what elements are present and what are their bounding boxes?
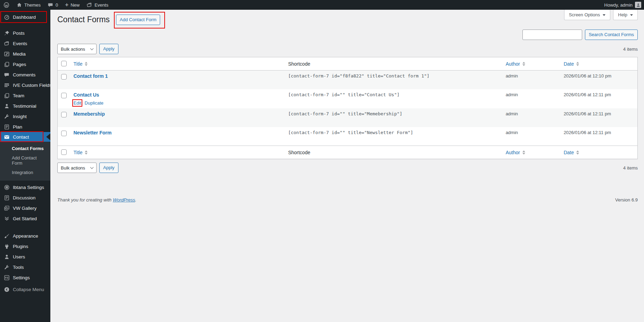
apply-button[interactable]: Apply xyxy=(99,163,118,173)
bulk-actions-select[interactable]: Bulk actions xyxy=(57,163,97,173)
row-checkbox[interactable] xyxy=(61,74,67,80)
shortcode-cell: [contact-form-7 id="" title="Contact Us"… xyxy=(284,89,502,108)
sidebar-item-get-started[interactable]: Get Started xyxy=(0,213,50,224)
sidebar-item-collapse-menu[interactable]: Collapse Menu xyxy=(0,284,50,295)
table-row: Contact form 1 [contact-form-7 id="f8fa8… xyxy=(58,71,638,89)
comment-bubble-icon xyxy=(3,71,10,78)
row-checkbox[interactable] xyxy=(61,93,67,98)
howdy-text[interactable]: Howdy, admin xyxy=(604,2,633,8)
sort-icon xyxy=(576,150,579,155)
heading-row: Contact Forms Add Contact Form xyxy=(57,15,638,25)
table-row: Newsletter Form [contact-form-7 id="" ti… xyxy=(58,127,638,146)
document-icon xyxy=(3,123,10,130)
row-checkbox[interactable] xyxy=(61,112,67,117)
comment-bubble-icon xyxy=(48,2,53,8)
select-all-checkbox[interactable] xyxy=(61,149,67,155)
help-button[interactable]: Help xyxy=(613,10,638,20)
tablenav-bottom: Bulk actions Apply 4 items xyxy=(57,163,638,173)
add-contact-form-button[interactable]: Add Contact Form xyxy=(116,15,160,25)
sidebar-item-media[interactable]: Media xyxy=(0,49,50,59)
ibtana-icon xyxy=(3,184,10,191)
menu-separator xyxy=(0,224,50,231)
tickets-icon xyxy=(3,40,10,47)
sort-by-title[interactable]: Title xyxy=(74,150,88,155)
sidebar-subitem-integration[interactable]: Integration xyxy=(0,168,50,177)
date-cell: 2026/01/06 at 12:11 pm xyxy=(560,89,638,108)
sidebar-subitem-contact-forms[interactable]: Contact Forms xyxy=(0,144,50,153)
sidebar-item-vw-gallery[interactable]: VW Gallery xyxy=(0,203,50,213)
sidebar-item-ibtana-settings[interactable]: Ibtana Settings xyxy=(0,182,50,192)
current-menu-arrow xyxy=(46,133,50,140)
sort-by-author[interactable]: Author xyxy=(506,61,525,67)
form-title-link[interactable]: Contact Us xyxy=(74,92,99,98)
date-cell: 2026/01/06 at 12:11 pm xyxy=(560,127,638,146)
author-cell: admin xyxy=(502,89,560,108)
select-all-checkbox[interactable] xyxy=(61,61,67,66)
sidebar-item-tools[interactable]: Tools xyxy=(0,262,50,272)
contact-submenu: Contact Forms Add Contact Form Integrati… xyxy=(0,142,50,181)
sidebar-item-contact[interactable]: Contact xyxy=(0,132,50,142)
sidebar-item-testimonial[interactable]: Testimonial xyxy=(0,101,50,111)
sidebar-subitem-add-contact-form[interactable]: Add Contact Form xyxy=(0,153,50,168)
admin-bar-comments[interactable]: 0 xyxy=(44,0,61,10)
duplicate-link[interactable]: Duplicate xyxy=(85,100,104,106)
table-row: Contact Us Edit Duplicate [contact-form-… xyxy=(58,89,638,108)
envelope-icon xyxy=(3,133,10,140)
admin-bar-new[interactable]: + New xyxy=(61,0,83,10)
form-title-link[interactable]: Contact form 1 xyxy=(74,73,108,79)
admin-bar-left: Themes 0 + New Events xyxy=(0,0,112,10)
sidebar-item-ive-custom-fields[interactable]: IVE Custom Fields xyxy=(0,80,50,90)
sidebar-item-appearance[interactable]: Appearance xyxy=(0,231,50,241)
page-title: Contact Forms xyxy=(57,15,110,25)
main-content: Screen Options Help Contact Forms Add Co… xyxy=(50,10,644,322)
wp-logo-menu[interactable] xyxy=(0,0,13,10)
search-box: Search Contact Forms xyxy=(522,30,638,40)
admin-bar-right: Howdy, admin xyxy=(604,2,644,8)
grid-icon xyxy=(3,82,10,89)
admin-bar-site-themes[interactable]: Themes xyxy=(13,0,44,10)
sidebar-item-events[interactable]: Events xyxy=(0,38,50,49)
bulk-actions-select[interactable]: Bulk actions xyxy=(57,44,97,54)
sort-icon xyxy=(85,150,88,155)
person-icon xyxy=(3,253,10,260)
sort-by-title[interactable]: Title xyxy=(74,61,88,67)
form-title-link[interactable]: Memebership xyxy=(74,111,105,117)
sort-by-date[interactable]: Date xyxy=(564,61,579,67)
search-submit-button[interactable]: Search Contact Forms xyxy=(585,30,638,40)
avatar[interactable] xyxy=(635,2,641,8)
row-checkbox[interactable] xyxy=(61,131,67,136)
search-input[interactable] xyxy=(522,30,582,40)
screen-options-button[interactable]: Screen Options xyxy=(564,10,611,20)
sort-by-author[interactable]: Author xyxy=(506,150,525,155)
edit-link[interactable]: Edit xyxy=(74,100,81,106)
sidebar-item-insight[interactable]: Insight xyxy=(0,111,50,122)
collapse-icon xyxy=(3,286,10,293)
wordpress-link[interactable]: WordPress xyxy=(113,197,135,203)
sort-by-date[interactable]: Date xyxy=(564,150,579,155)
chevron-down-icon xyxy=(630,14,633,16)
comments-count: 0 xyxy=(56,2,58,8)
admin-bar-events[interactable]: Events xyxy=(83,0,112,10)
sidebar-item-settings[interactable]: Settings xyxy=(0,272,50,283)
date-cell: 2026/01/06 at 12:11 pm xyxy=(560,108,638,127)
row-actions: Edit Duplicate xyxy=(74,100,281,106)
sidebar-item-users[interactable]: Users xyxy=(0,251,50,262)
form-title-link[interactable]: Newsletter Form xyxy=(74,130,112,135)
sidebar-item-plan[interactable]: Plan xyxy=(0,122,50,132)
apply-button[interactable]: Apply xyxy=(99,44,118,54)
chevron-down-icon xyxy=(90,165,94,169)
sidebar-item-posts[interactable]: Posts xyxy=(0,28,50,38)
sidebar-item-dashboard[interactable]: Dashboard xyxy=(0,12,50,22)
sidebar-item-pages[interactable]: Pages xyxy=(0,59,50,69)
menu-separator xyxy=(0,22,50,28)
tickets-icon xyxy=(86,2,92,8)
sidebar-item-comments[interactable]: Comments xyxy=(0,69,50,80)
sidebar-item-plugins[interactable]: Plugins xyxy=(0,241,50,251)
brush-icon xyxy=(3,232,10,239)
author-cell: admin xyxy=(502,71,560,89)
wrench-icon xyxy=(3,113,10,120)
sidebar-item-team[interactable]: Team xyxy=(0,90,50,101)
admin-bar-events-label: Events xyxy=(94,2,108,8)
sidebar-item-discussion[interactable]: Discussion xyxy=(0,192,50,203)
plug-icon xyxy=(3,243,10,250)
